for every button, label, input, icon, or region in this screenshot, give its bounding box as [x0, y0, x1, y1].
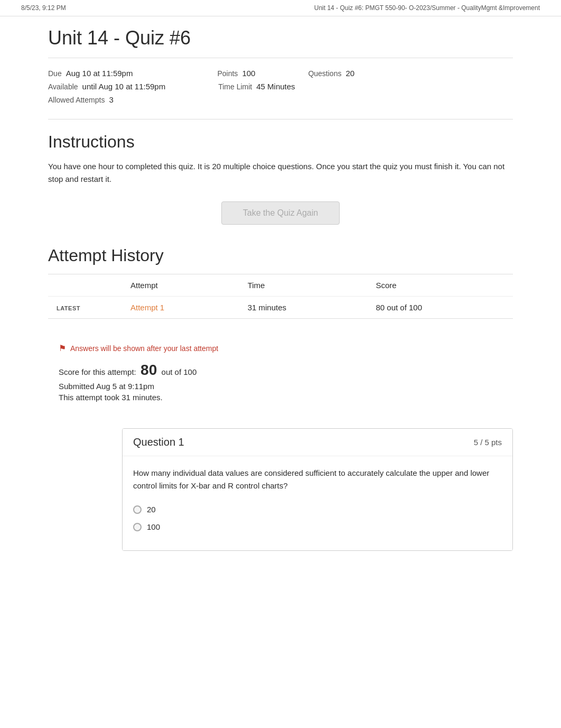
allowed-attempts-value: 3 — [109, 95, 113, 104]
take-quiz-wrapper: Take the Quiz Again — [48, 201, 513, 225]
score-line: Score for this attempt: 80 out of 100 — [59, 362, 502, 379]
question-pts-1: 5 / 5 pts — [474, 438, 502, 447]
score-large-value: 80 — [141, 362, 157, 378]
available-value: until Aug 10 at 11:59pm — [82, 82, 166, 91]
breadcrumb: Unit 14 - Quiz #6: PMGT 550-90- O-2023/S… — [314, 4, 540, 12]
attempt-table: Attempt Time Score LATEST Attempt 1 31 m… — [48, 274, 513, 319]
take-quiz-button[interactable]: Take the Quiz Again — [221, 201, 340, 225]
attempt-row-attempt[interactable]: Attempt 1 — [122, 297, 239, 319]
time-limit-value: 45 Minutes — [256, 82, 295, 91]
questions-label: Questions — [308, 69, 341, 78]
answer-label-100: 100 — [147, 522, 160, 531]
due-label: Due — [48, 69, 62, 78]
questions-item: Questions 20 — [308, 69, 354, 78]
col-header-score: Score — [367, 274, 513, 297]
quiz-meta-row-3: Allowed Attempts 3 — [48, 95, 513, 104]
score-suffix: out of 100 — [162, 367, 197, 376]
radio-20[interactable] — [133, 505, 142, 514]
points-label: Points — [217, 69, 238, 78]
submitted-line: Submitted Aug 5 at 9:11pm — [59, 382, 502, 391]
answer-option-20: 20 — [133, 505, 502, 514]
points-item: Points 100 — [217, 69, 255, 78]
available-item: Available until Aug 10 at 11:59pm — [48, 82, 165, 91]
instructions-text: You have one hour to completed this quiz… — [48, 160, 513, 186]
quiz-meta-table: Due Aug 10 at 11:59pm Points 100 Questio… — [48, 69, 513, 119]
answer-option-100: 100 — [133, 522, 502, 531]
quiz-meta-row-1: Due Aug 10 at 11:59pm Points 100 Questio… — [48, 69, 513, 78]
attempt-link[interactable]: Attempt 1 — [130, 303, 164, 312]
col-header-attempt: Attempt — [122, 274, 239, 297]
table-row: LATEST Attempt 1 31 minutes 80 out of 10… — [48, 297, 513, 319]
timestamp: 8/5/23, 9:12 PM — [21, 4, 66, 12]
time-limit-item: Time Limit 45 Minutes — [218, 82, 295, 91]
quiz-meta-row-2: Available until Aug 10 at 11:59pm Time L… — [48, 82, 513, 91]
radio-100[interactable] — [133, 523, 142, 531]
available-label: Available — [48, 82, 78, 91]
due-item: Due Aug 10 at 11:59pm — [48, 69, 133, 78]
questions-value: 20 — [345, 69, 354, 78]
answers-note: ⚑ Answers will be shown after your last … — [59, 343, 502, 353]
attempt-row-label: LATEST — [48, 297, 122, 319]
main-content: Unit 14 - Quiz #6 Due Aug 10 at 11:59pm … — [27, 16, 534, 583]
question-text-1: How many individual data values are cons… — [133, 467, 502, 492]
attempt-row-score: 80 out of 100 — [367, 297, 513, 319]
attempt-history-section: Attempt History Attempt Time Score LATES… — [48, 246, 513, 319]
answer-label-20: 20 — [147, 505, 156, 514]
col-header-time: Time — [239, 274, 368, 297]
allowed-attempts-label: Allowed Attempts — [48, 96, 105, 104]
answers-note-text: Answers will be shown after your last at… — [70, 344, 218, 353]
due-value: Aug 10 at 11:59pm — [66, 69, 133, 78]
question-header-1: Question 1 5 / 5 pts — [123, 429, 512, 456]
question-body-1: How many individual data values are cons… — [123, 456, 512, 550]
allowed-attempts-item: Allowed Attempts 3 — [48, 95, 114, 104]
instructions-title: Instructions — [48, 132, 513, 152]
attempt-details-box: ⚑ Answers will be shown after your last … — [48, 335, 513, 412]
col-header-label — [48, 274, 122, 297]
attempt-row-time: 31 minutes — [239, 297, 368, 319]
points-value: 100 — [242, 69, 255, 78]
warning-icon: ⚑ — [59, 343, 66, 353]
time-line: This attempt took 31 minutes. — [59, 393, 502, 402]
question-card-1: Question 1 5 / 5 pts How many individual… — [122, 428, 513, 551]
question-title-1: Question 1 — [133, 436, 184, 448]
page-title: Unit 14 - Quiz #6 — [48, 27, 513, 58]
attempt-history-title: Attempt History — [48, 246, 513, 265]
time-limit-label: Time Limit — [218, 82, 252, 91]
score-prefix: Score for this attempt: — [59, 367, 136, 376]
page-meta-bar: 8/5/23, 9:12 PM Unit 14 - Quiz #6: PMGT … — [0, 0, 561, 16]
